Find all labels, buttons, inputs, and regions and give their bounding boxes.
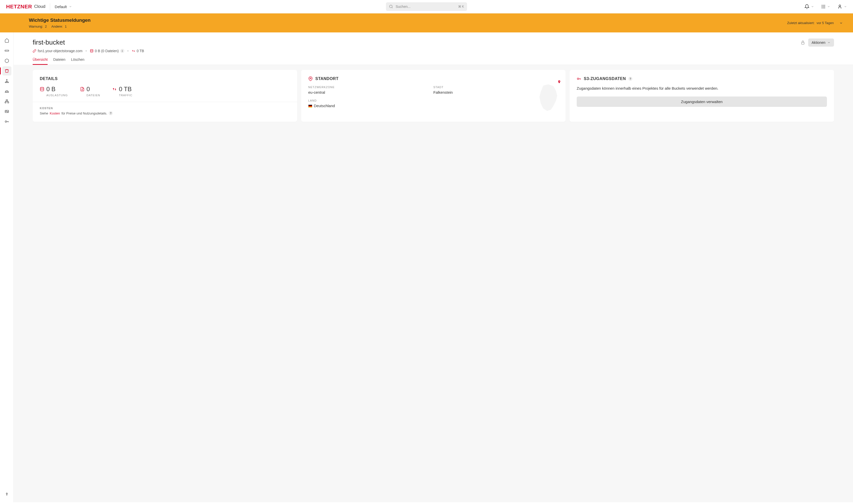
apps-button[interactable] [821, 4, 830, 9]
traffic-label: TRAFFIC [119, 94, 132, 97]
sidebar-item-networks[interactable] [2, 97, 12, 106]
chevron-down-icon [69, 5, 72, 8]
chevron-down-icon [811, 5, 814, 8]
help-badge[interactable]: ? [109, 111, 113, 115]
svg-point-32 [310, 78, 311, 79]
help-badge[interactable]: ? [628, 77, 632, 81]
svg-point-3 [823, 5, 824, 5]
sidebar-item-servers[interactable] [2, 46, 12, 55]
tab-overview[interactable]: Übersicht [33, 57, 48, 65]
divider [50, 3, 50, 10]
key-icon [577, 76, 581, 81]
svg-point-34 [577, 78, 579, 79]
server-icon [4, 48, 9, 53]
svg-rect-20 [5, 102, 6, 103]
map-pin-icon [558, 80, 561, 84]
actions-button[interactable]: Aktionen [808, 38, 834, 47]
chevron-down-icon [827, 5, 830, 8]
sidebar-item-loadbalancers[interactable] [2, 76, 12, 86]
search-box[interactable]: ⌘ K [386, 2, 467, 11]
svg-point-9 [823, 7, 824, 8]
chevron-down-icon [839, 21, 843, 25]
sidebar-item-floatingips[interactable] [2, 87, 12, 96]
svg-point-0 [389, 5, 392, 8]
tab-files[interactable]: Dateien [53, 57, 65, 65]
svg-rect-19 [6, 100, 7, 101]
updated-label: Zuletzt aktualisiert: [787, 21, 815, 25]
network-icon [4, 99, 9, 104]
home-icon [4, 38, 9, 43]
other-count: 1 [65, 24, 67, 29]
svg-rect-18 [5, 92, 8, 92]
banner-counts: Warnung: 2 Andere: 1 [29, 24, 91, 29]
info-badge[interactable]: i [120, 49, 124, 53]
svg-point-11 [839, 5, 841, 6]
svg-point-16 [6, 82, 7, 83]
logo[interactable]: HETZNER Cloud [6, 3, 46, 10]
sidebar-item-storage[interactable] [2, 66, 12, 75]
project-name: Default [55, 4, 67, 9]
country-field: LAND Deutschland [308, 99, 433, 108]
search-input[interactable] [396, 4, 456, 8]
chevron-down-icon [828, 41, 831, 44]
location-title: STANDORT [315, 76, 339, 81]
details-title: DETAILS [40, 76, 290, 81]
credentials-description: Zugangsdaten können innerhalb eines Proj… [577, 86, 827, 91]
chevron-down-icon [844, 5, 847, 8]
sidebar-item-firewalls[interactable] [2, 107, 12, 116]
separator-dot: • [86, 49, 87, 53]
details-stats: 0 B AUSLASTUNG 0 DATEIEN [40, 86, 290, 97]
traffic-stat-value: 0 TB [119, 86, 131, 93]
details-card: DETAILS 0 B AUSLASTUNG 0 [33, 70, 297, 122]
sidebar [0, 32, 14, 502]
key-icon [4, 119, 9, 124]
notifications-button[interactable] [804, 4, 814, 9]
svg-point-33 [559, 81, 560, 82]
zone-label: NETZWERKZONE [308, 86, 433, 89]
sidebar-item-home[interactable] [2, 36, 12, 45]
svg-point-26 [5, 121, 6, 122]
cost-link[interactable]: Kosten [50, 111, 60, 115]
tab-delete[interactable]: Löschen [71, 57, 84, 65]
manage-credentials-button[interactable]: Zugangsdaten verwalten [577, 96, 827, 107]
page-meta: fsn1.your-objectstorage.com • 0 B (0 Dat… [33, 49, 144, 53]
firewall-icon [4, 109, 9, 114]
traffic-meta: 0 TB [132, 49, 144, 53]
sidebar-item-security[interactable] [2, 117, 12, 126]
project-selector[interactable]: Default [55, 4, 72, 9]
location-grid: NETZWERKZONE eu-central STADT Falkenstei… [308, 86, 559, 108]
svg-point-8 [822, 7, 822, 8]
traffic-icon [112, 87, 117, 91]
brand-wordmark: HETZNER [6, 3, 32, 10]
user-menu-button[interactable] [837, 4, 847, 9]
warn-label: Warnung: [29, 24, 43, 29]
location-icon [308, 76, 313, 81]
country-value: Deutschland [314, 104, 335, 108]
bucket-icon [4, 69, 9, 73]
pin-icon [5, 492, 9, 496]
size-meta: 0 B (0 Dateien) i [90, 49, 124, 53]
svg-rect-12 [5, 50, 8, 51]
cost-section: KOSTEN Siehe Kosten für Preise und Nutzu… [33, 102, 297, 115]
location-card: STANDORT NETZWERKZONE eu-central STADT F… [301, 70, 565, 122]
banner-left: Wichtige Statusmeldungen Warnung: 2 Ande… [29, 17, 91, 29]
cost-prefix: Siehe [40, 111, 48, 115]
product-label: Cloud [34, 4, 46, 9]
germany-map-icon [536, 83, 561, 113]
separator-dot: • [127, 49, 129, 53]
lock-icon[interactable] [801, 40, 805, 45]
banner-right[interactable]: Zuletzt aktualisiert: vor 5 Tagen [787, 21, 843, 25]
files-value: 0 [87, 86, 90, 93]
header-right [804, 4, 847, 9]
sidebar-item-volumes[interactable] [2, 56, 12, 65]
zone-field: NETZWERKZONE eu-central [308, 86, 433, 94]
actions-button-label: Aktionen [812, 40, 825, 44]
size-value: 0 B (0 Dateien) [95, 49, 119, 53]
svg-point-29 [40, 87, 44, 89]
germany-flag-icon [308, 105, 312, 108]
svg-rect-21 [7, 102, 9, 103]
sidebar-item-pin[interactable] [2, 489, 12, 499]
main: first-bucket fsn1.your-objectstorage.com… [14, 32, 853, 502]
stat-usage: 0 B AUSLASTUNG [40, 86, 68, 97]
svg-line-1 [392, 7, 393, 8]
